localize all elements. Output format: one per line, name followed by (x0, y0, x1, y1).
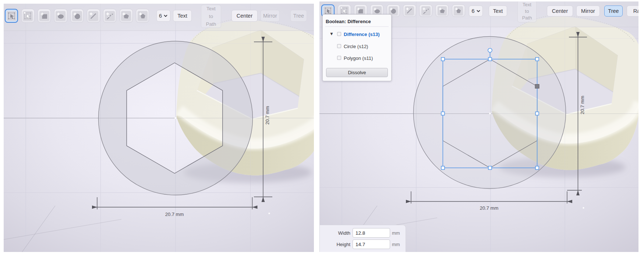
svg-text:20.7 mm: 20.7 mm (580, 96, 585, 115)
svg-text:20.7 mm: 20.7 mm (165, 212, 184, 217)
svg-text:20.7 mm: 20.7 mm (265, 106, 270, 125)
svg-text:20.7 mm: 20.7 mm (480, 205, 499, 211)
